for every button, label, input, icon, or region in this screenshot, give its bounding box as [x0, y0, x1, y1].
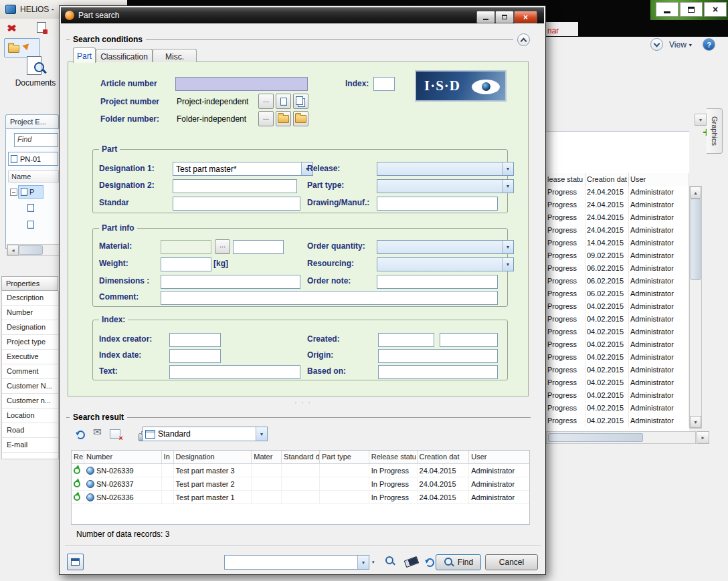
- dropdown-icon[interactable]: ▾: [502, 258, 513, 271]
- remove-result-icon[interactable]: ×: [110, 429, 120, 439]
- scroll-up-button[interactable]: ▴: [690, 187, 701, 199]
- tab-part[interactable]: Part: [73, 47, 96, 63]
- scroll-thumb[interactable]: [691, 199, 701, 280]
- scroll-left-button[interactable]: ◂: [7, 245, 19, 255]
- tab-classification[interactable]: Classification: [96, 49, 153, 62]
- index-text-input[interactable]: [169, 365, 300, 379]
- result-filter-combo[interactable]: Standard ▾: [143, 427, 268, 441]
- column-header[interactable]: Part type: [320, 451, 369, 463]
- pane-options-button[interactable]: ▾: [695, 114, 707, 126]
- scroll-thumb[interactable]: [19, 245, 43, 255]
- part-type-combo[interactable]: ▾: [377, 179, 514, 193]
- folder-browse-button[interactable]: ...: [258, 111, 274, 126]
- table-row[interactable]: Progress 06.02.2015 Administrator: [546, 262, 689, 275]
- table-row[interactable]: Progress 24.04.2015 Administrator: [546, 211, 689, 224]
- table-row[interactable]: Progress 04.02.2015 Administrator: [546, 389, 689, 402]
- refresh-icon[interactable]: [426, 558, 434, 567]
- created-from-input[interactable]: [378, 333, 434, 347]
- property-item[interactable]: Customer n...: [2, 394, 58, 409]
- table-row[interactable]: Progress 24.04.2015 Administrator: [546, 199, 689, 211]
- column-header[interactable]: User: [629, 173, 689, 186]
- property-item[interactable]: Road: [2, 423, 58, 438]
- dropdown-icon[interactable]: ▾: [256, 427, 267, 441]
- splitter-grip[interactable]: · · ·: [291, 399, 315, 406]
- origin-input[interactable]: [378, 349, 498, 363]
- refresh-results-icon[interactable]: [76, 431, 85, 439]
- property-item[interactable]: Project type: [2, 335, 58, 350]
- dialog-titlebar[interactable]: Part search ×: [61, 7, 544, 23]
- dropdown-icon[interactable]: ▾: [502, 241, 513, 253]
- tree-expander[interactable]: [10, 189, 17, 196]
- index-date-input[interactable]: [169, 349, 221, 363]
- table-row[interactable]: Progress 04.02.2015 Administrator: [546, 364, 689, 376]
- property-item[interactable]: Comment: [2, 364, 58, 379]
- tab-project-explorer[interactable]: Project E...: [5, 114, 59, 128]
- drawing-input[interactable]: [377, 197, 498, 211]
- table-row[interactable]: Progress 09.02.2015 Administrator: [546, 249, 689, 262]
- collapse-button[interactable]: [517, 33, 530, 46]
- column-header[interactable]: Release statu: [369, 451, 418, 463]
- folder-link-button[interactable]: [293, 111, 308, 126]
- document-new-icon[interactable]: [37, 22, 46, 33]
- index-creator-input[interactable]: [169, 333, 221, 347]
- help-button[interactable]: ?: [703, 38, 715, 51]
- favorites-icon[interactable]: [7, 23, 17, 33]
- table-row[interactable]: Progress 24.04.2015 Administrator: [546, 224, 689, 237]
- clear-icon[interactable]: [404, 556, 420, 568]
- project-combo[interactable]: PN-01: [8, 152, 58, 166]
- tree-child-icon[interactable]: [27, 221, 34, 229]
- table-row[interactable]: Progress 04.02.2015 Administrator: [546, 351, 689, 364]
- project-copy-button[interactable]: [293, 94, 308, 109]
- saved-search-combo[interactable]: ▾: [224, 555, 369, 570]
- table-row[interactable]: SN-026336 Test part master 1 In Progress…: [72, 491, 529, 504]
- detail-toggle-button[interactable]: [67, 554, 84, 570]
- property-item[interactable]: Number: [2, 306, 58, 320]
- standard-input[interactable]: [173, 197, 300, 211]
- column-header[interactable]: In: [162, 451, 174, 463]
- dropdown-icon[interactable]: ▾: [502, 180, 513, 193]
- comment-input[interactable]: [161, 291, 498, 305]
- material-browse-button[interactable]: ...: [215, 239, 230, 254]
- documents-icon[interactable]: [25, 56, 48, 78]
- based-on-input[interactable]: [378, 365, 498, 379]
- dropdown-icon[interactable]: ▾: [357, 556, 369, 569]
- scroll-thumb[interactable]: [548, 433, 643, 442]
- find-button[interactable]: Find: [436, 554, 481, 570]
- project-browse-button[interactable]: ...: [258, 94, 274, 109]
- table-row[interactable]: Progress 14.04.2015 Administrator: [546, 237, 689, 249]
- scroll-down-button[interactable]: ▾: [690, 416, 701, 428]
- property-item[interactable]: Executive: [2, 350, 58, 364]
- dialog-maximize-button[interactable]: [495, 11, 514, 23]
- tree-child-icon[interactable]: [27, 204, 34, 212]
- table-v-scrollbar[interactable]: ▴ ▾: [689, 186, 702, 429]
- search-options-caret[interactable]: ▾: [372, 560, 375, 565]
- table-row[interactable]: Progress 04.02.2015 Administrator: [546, 313, 689, 326]
- dialog-minimize-button[interactable]: [476, 11, 495, 23]
- properties-header[interactable]: Properties: [1, 276, 58, 291]
- collapse-ribbon-button[interactable]: [650, 38, 663, 51]
- article-number-input[interactable]: [175, 77, 308, 91]
- column-header[interactable]: User: [469, 451, 529, 463]
- table-row[interactable]: Progress 04.02.2015 Administrator: [546, 402, 689, 415]
- table-row[interactable]: SN-026337 Test part master 2 In Progress…: [72, 477, 529, 491]
- table-row[interactable]: Progress 24.04.2015 Administrator: [546, 186, 689, 199]
- designation2-input[interactable]: [173, 179, 297, 193]
- table-row[interactable]: SN-026339 Test part master 3 In Progress…: [72, 464, 529, 477]
- column-header[interactable]: Re: [72, 451, 84, 463]
- weight-input[interactable]: [161, 257, 211, 271]
- order-note-input[interactable]: [377, 275, 498, 289]
- scroll-right-button[interactable]: ▸: [697, 431, 709, 444]
- column-header[interactable]: Creation dat: [418, 451, 470, 463]
- export-mail-icon[interactable]: ✉: [93, 426, 102, 438]
- resourcing-combo[interactable]: ▾: [377, 257, 514, 271]
- designation1-combo[interactable]: Test part master* ▾: [173, 162, 313, 176]
- maximize-button[interactable]: [680, 2, 703, 17]
- index-input[interactable]: [373, 77, 395, 91]
- column-header[interactable]: Creation dat: [585, 173, 629, 186]
- cancel-button[interactable]: Cancel: [485, 554, 538, 570]
- created-to-input[interactable]: [440, 333, 498, 347]
- find-input[interactable]: Find: [14, 133, 58, 147]
- property-item[interactable]: Location: [2, 409, 58, 423]
- material-name-input[interactable]: [233, 240, 284, 254]
- material-input[interactable]: [161, 240, 211, 254]
